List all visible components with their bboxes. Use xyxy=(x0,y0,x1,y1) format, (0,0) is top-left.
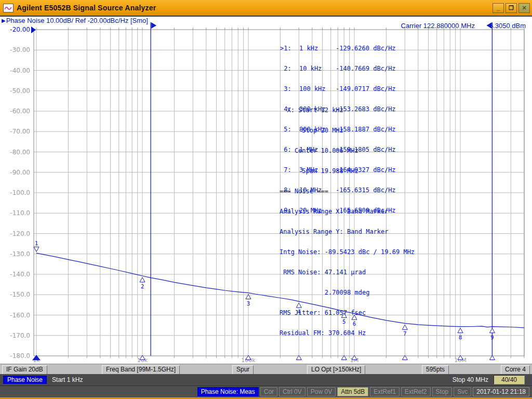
carrier-frequency: Carrier 122.880000 MHz xyxy=(401,22,475,30)
table-row: 3:100 kHz-149.0717 dBc/Hz xyxy=(280,86,396,92)
stop-button[interactable]: Stop xyxy=(432,387,453,396)
extref1-button[interactable]: ExtRef1 xyxy=(370,387,400,396)
pow-button[interactable]: Pow 0V xyxy=(307,387,336,396)
marker-value: -149.0717 dBc/Hz xyxy=(336,86,396,92)
table-row: 2:10 kHz-140.7669 dBc/Hz xyxy=(280,65,396,72)
freq-band-field[interactable]: Freq Band [99M-1.5GHz] xyxy=(102,365,180,375)
table-row: >1:1 kHz-129.6260 dBc/Hz xyxy=(280,45,396,52)
analysis-line: Span 19.988 MHz xyxy=(280,168,415,175)
minimize-button[interactable]: _ xyxy=(493,3,504,13)
attn-button[interactable]: Attn 5dB xyxy=(337,387,368,396)
marker-freq: 1 kHz xyxy=(299,45,336,52)
instrument-taskbar: Phase Noise: Meas Cor Ctrl 0V Pow 0V Att… xyxy=(0,385,532,397)
analysis-readout: X: Start 12 kHz Stop 20 MHz Center 10.00… xyxy=(280,94,415,350)
analysis-line: Analysis Range Y: Band Marker xyxy=(280,229,415,235)
analysis-line: Residual FM: 370.604 Hz xyxy=(280,330,415,337)
marker-freq: 100 kHz xyxy=(299,86,336,92)
sweep-stop-label: Stop 40 MHz xyxy=(453,376,488,383)
sweep-start-label: Start 1 kHz xyxy=(52,376,83,383)
carrier-power: 6.3050 dBm xyxy=(489,22,526,30)
ctrl-button[interactable]: Ctrl 0V xyxy=(279,387,305,396)
extref2-button[interactable]: ExtRef2 xyxy=(401,387,431,396)
marker-id: 3: xyxy=(280,86,292,92)
trace-scale-label: Phase Noise 10.00dB/ Ref -20.00dBc/Hz [S… xyxy=(6,17,148,24)
marker-value: -140.7669 dBc/Hz xyxy=(336,65,396,72)
correction-field[interactable]: Corre 4 xyxy=(501,365,530,375)
analysis-line: === Noise === xyxy=(280,188,415,195)
carrier-readout: Carrier 122.880000 MHz 6.3050 dBm xyxy=(401,22,526,30)
lo-opt-field[interactable]: LO Opt [>150kHz] xyxy=(307,365,365,375)
measurement-display xyxy=(0,16,532,364)
marker-freq: 10 kHz xyxy=(299,65,336,72)
measurement-mode-badge[interactable]: Phase Noise xyxy=(3,376,47,384)
spur-field[interactable]: Spur xyxy=(232,365,254,375)
status-bar: IF Gain 20dB Freq Band [99M-1.5GHz] Spur… xyxy=(0,364,532,374)
if-gain-field[interactable]: IF Gain 20dB xyxy=(2,365,47,375)
app-icon xyxy=(3,4,14,12)
analysis-line: Intg Noise: -89.5423 dBc / 19.69 MHz xyxy=(280,249,415,256)
datetime-display: 2017-01-12 21:18 xyxy=(473,387,529,396)
points-field[interactable]: 595pts xyxy=(422,365,449,375)
analysis-line: Center 10.006 MHz xyxy=(280,148,415,154)
close-button[interactable]: ✕ xyxy=(518,3,530,13)
marker-id: >1: xyxy=(280,45,292,52)
marker-id: 2: xyxy=(280,65,292,72)
trace-header: ▶ Phase Noise 10.00dB/ Ref -20.00dBc/Hz … xyxy=(2,17,148,24)
average-count-field[interactable]: 40/40 xyxy=(494,375,525,384)
marker-value: -129.6260 dBc/Hz xyxy=(336,45,396,52)
app-window: Agilent E5052B Signal Source Analyzer _ … xyxy=(0,0,532,399)
analysis-line: RMS Noise: 47.141 μrad xyxy=(280,269,415,276)
analysis-line: RMS Jitter: 61.057 fsec xyxy=(280,310,415,316)
analysis-line: Analysis Range X: Band Marker xyxy=(280,208,415,215)
measurement-status-bar: Phase Noise Start 1 kHz Stop 40 MHz 40/4… xyxy=(0,374,532,385)
restore-button[interactable]: ❐ xyxy=(506,3,517,13)
meas-status-button[interactable]: Phase Noise: Meas xyxy=(197,387,259,396)
active-trace-arrow-icon: ▶ xyxy=(2,18,6,23)
cor-button[interactable]: Cor xyxy=(260,387,277,396)
title-bar[interactable]: Agilent E5052B Signal Source Analyzer _ … xyxy=(0,0,532,16)
analysis-line: Stop 20 MHz xyxy=(280,127,415,134)
window-title: Agilent E5052B Signal Source Analyzer xyxy=(17,4,156,12)
analysis-line: 2.70098 mdeg xyxy=(280,289,415,296)
analysis-line: X: Start 12 kHz xyxy=(280,107,415,114)
svc-button[interactable]: Svc xyxy=(454,387,471,396)
